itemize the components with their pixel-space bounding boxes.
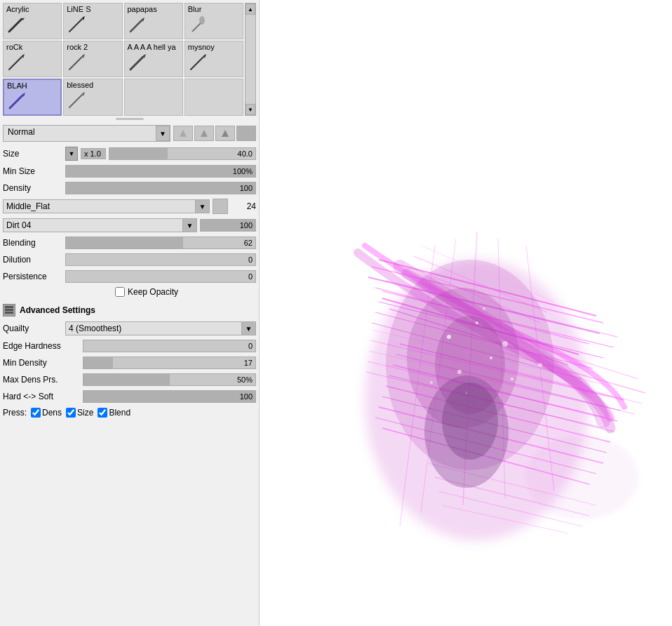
advanced-settings-icon — [3, 304, 15, 317]
svg-rect-25 — [5, 312, 13, 314]
persistence-value: 0 — [248, 272, 253, 281]
brush-shape-select[interactable]: Middle_Flat ▼ — [3, 199, 210, 213]
brush-shape-color — [213, 199, 228, 214]
tri-buttons — [173, 126, 256, 141]
brush-item-papapas[interactable]: papapas — [124, 3, 183, 39]
press-dens-checkbox[interactable] — [31, 408, 41, 418]
dilution-slider[interactable]: 0 — [65, 253, 256, 266]
dilution-value: 0 — [248, 255, 253, 264]
brush-item-lines[interactable]: LiNE S — [63, 3, 122, 39]
brush-item-blah[interactable]: BLAH — [3, 79, 62, 116]
svg-line-16 — [10, 95, 22, 108]
dilution-row: Dilution 0 — [3, 253, 256, 266]
edge-hardness-row: Edge Hardness 0 — [3, 340, 256, 352]
blending-slider[interactable]: 62 — [65, 237, 256, 249]
quality-arrow[interactable]: ▼ — [242, 321, 256, 335]
advanced-settings-label: Advanced Settings — [20, 305, 95, 315]
min-density-value: 17 — [244, 359, 253, 367]
min-size-slider[interactable]: 100% — [65, 165, 256, 178]
tri-btn-2[interactable] — [194, 126, 214, 141]
persistence-slider[interactable]: 0 — [65, 270, 256, 283]
svg-marker-22 — [222, 130, 229, 137]
press-dens-label: Dens — [42, 408, 62, 418]
brush-shape-arrow[interactable]: ▼ — [196, 199, 210, 213]
keep-opacity-row: Keep Opacity — [3, 287, 256, 297]
size-value: 40.0 — [238, 149, 253, 158]
quality-label: Quailty — [3, 324, 62, 333]
min-density-label: Min Density — [3, 358, 80, 368]
max-dens-prs-slider[interactable]: 50% — [83, 373, 256, 386]
svg-point-37 — [483, 307, 485, 310]
density-slider[interactable]: 100 — [65, 182, 256, 194]
brush-item-blur[interactable]: Blur — [184, 3, 243, 39]
svg-marker-3 — [82, 16, 85, 20]
brush-item-aaaaa[interactable]: A A A A hell ya — [124, 41, 183, 77]
canvas-area[interactable] — [260, 0, 672, 626]
texture-slider[interactable]: 100 — [200, 219, 256, 232]
svg-point-32 — [502, 341, 508, 347]
press-label: Press: — [3, 408, 27, 418]
scroll-up-button[interactable]: ▲ — [246, 4, 255, 15]
hard-soft-slider[interactable]: 100 — [83, 390, 256, 403]
brush-grid-container: Acrylic LiNE S papapas Blur — [3, 3, 256, 116]
keep-opacity-checkbox[interactable] — [115, 287, 125, 297]
svg-rect-24 — [5, 309, 13, 311]
brush-item-rock[interactable]: roCk — [3, 41, 62, 77]
press-blend-item: Blend — [98, 408, 130, 418]
brush-item-rock2[interactable]: rock 2 — [63, 41, 122, 77]
max-dens-prs-value: 50% — [237, 375, 253, 384]
svg-marker-20 — [180, 130, 187, 137]
blend-mode-row: Normal ▼ — [3, 125, 256, 142]
svg-point-40 — [526, 435, 638, 519]
press-size-checkbox[interactable] — [66, 408, 76, 418]
hard-soft-value: 100 — [240, 392, 253, 401]
svg-point-35 — [511, 378, 513, 380]
density-label: Density — [3, 183, 62, 193]
texture-arrow[interactable]: ▼ — [183, 218, 197, 232]
size-multiplier: x 1.0 — [81, 148, 106, 159]
texture-select[interactable]: Dirt 04 ▼ — [3, 218, 197, 232]
brush-shape-row: Middle_Flat ▼ 24 — [3, 199, 256, 214]
max-dens-prs-row: Max Dens Prs. 50% — [3, 373, 256, 386]
svg-point-39 — [430, 381, 433, 384]
press-row: Press: Dens Size Blend — [3, 408, 256, 418]
press-dens-item: Dens — [31, 408, 62, 418]
tri-btn-1[interactable] — [173, 126, 193, 141]
blend-mode-dropdown[interactable]: ▼ — [156, 126, 170, 141]
edge-hardness-label: Edge Hardness — [3, 341, 80, 351]
size-dropdown[interactable]: ▼ — [65, 147, 78, 161]
min-size-row: Min Size 100% — [3, 165, 256, 178]
press-size-item: Size — [66, 408, 93, 418]
press-blend-checkbox[interactable] — [98, 408, 107, 418]
scroll-down-button[interactable]: ▼ — [246, 104, 255, 115]
size-slider[interactable]: 40.0 — [109, 147, 256, 160]
edge-hardness-slider[interactable]: 0 — [83, 340, 256, 352]
brush-scrollbar[interactable]: ▲ ▼ — [245, 3, 256, 116]
svg-line-12 — [130, 57, 143, 69]
brush-stroke — [260, 0, 672, 626]
svg-marker-15 — [203, 54, 206, 58]
texture-row: Dirt 04 ▼ 100 — [3, 218, 256, 232]
blending-value: 62 — [244, 239, 253, 247]
brush-item-acrylic[interactable]: Acrylic — [3, 3, 62, 39]
svg-line-8 — [9, 57, 22, 69]
brush-shape-value: 24 — [231, 201, 256, 211]
svg-line-10 — [69, 57, 82, 69]
advanced-settings-header[interactable]: Advanced Settings — [3, 304, 256, 317]
brush-item-mysnoy[interactable]: mysnoy — [184, 41, 243, 77]
svg-line-14 — [191, 57, 203, 69]
svg-line-7 — [192, 23, 201, 32]
blending-row: Blending 62 — [3, 237, 256, 249]
tri-btn-3[interactable] — [215, 126, 235, 141]
quality-select[interactable]: 4 (Smoothest) ▼ — [65, 321, 256, 335]
brush-shape-label: Middle_Flat — [3, 199, 196, 213]
svg-line-18 — [69, 95, 82, 107]
hard-soft-label: Hard <-> Soft — [3, 392, 80, 401]
brush-item-empty2 — [184, 79, 243, 116]
gray-box — [236, 126, 256, 141]
brush-item-blessed[interactable]: blessed — [63, 79, 122, 116]
min-size-label: Min Size — [3, 166, 62, 176]
scroll-thumb[interactable] — [246, 15, 255, 104]
min-density-slider[interactable]: 17 — [83, 357, 256, 369]
max-dens-prs-label: Max Dens Prs. — [3, 375, 80, 385]
